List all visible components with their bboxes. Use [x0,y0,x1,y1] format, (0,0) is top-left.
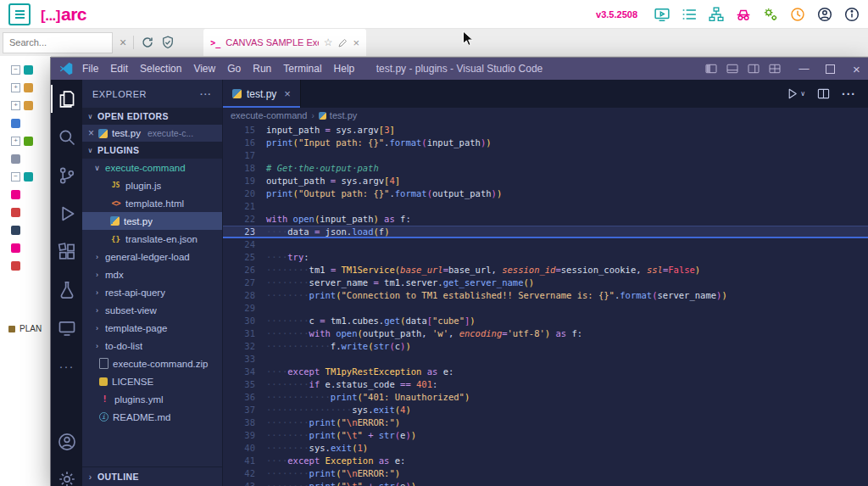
code-line-16[interactable]: 16print("Input path: {}".format(input_pa… [223,137,868,149]
menu-file[interactable]: File [76,63,104,75]
info-icon[interactable] [843,6,860,22]
code-line-15[interactable]: 15input_path = sys.argv[3] [223,124,868,137]
sitemap-icon[interactable] [708,6,724,22]
activity-explorer[interactable] [51,80,82,118]
expander-icon[interactable]: + [11,101,20,110]
code-line-24[interactable]: 24 [223,238,868,251]
code-line-22[interactable]: 22with open(input_path) as f: [223,213,868,226]
expander-icon[interactable]: + [11,83,20,92]
explorer-more-icon[interactable]: ··· [200,89,212,99]
code-line-31[interactable]: 31········with open(output_path, 'w', en… [223,327,868,340]
code-line-35[interactable]: 35········if e.status_code == 401: [223,378,868,391]
run-button[interactable]: ∨ [786,87,805,100]
code-lines[interactable]: 15input_path = sys.argv[3]16print("Input… [223,123,868,486]
file-test.py[interactable]: test.py [82,212,222,230]
open-editor-test-py[interactable]: × test.py execute-c... [82,125,222,142]
toggle-secondary-sidebar-icon[interactable] [747,64,760,75]
toggle-panel-icon[interactable] [726,64,738,75]
code-line-26[interactable]: 26········tm1 = TM1Service(base_url=base… [223,264,868,277]
activity-extensions[interactable] [51,232,82,271]
code-line-27[interactable]: 27········server_name = tm1.server.get_s… [223,277,868,289]
host-tree-item[interactable] [0,204,51,221]
menu-terminal[interactable]: Terminal [277,63,327,75]
file-execute-command.zip[interactable]: execute-command.zip [82,355,222,372]
clock-icon[interactable] [789,6,805,22]
host-tree-item[interactable] [0,257,51,275]
menu-go[interactable]: Go [221,63,247,75]
folder-to-do-list[interactable]: ›to-do-list [82,337,222,355]
menu-selection[interactable]: Selection [134,63,187,75]
maximize-button[interactable] [824,64,837,75]
code-line-17[interactable]: 17 [223,149,868,162]
code-line-43[interactable]: 43········print("\t" + str(e)) [223,480,868,486]
file-translate-en.json[interactable]: {}translate-en.json [82,230,222,248]
host-tree-item[interactable] [0,115,51,132]
code-line-36[interactable]: 36············print("401: Unauthorized") [223,391,868,404]
gears-icon[interactable] [762,6,778,22]
hamburger-menu-button[interactable] [8,3,31,25]
outline-section[interactable]: › OUTLINE [82,466,222,486]
browser-tab-canvas-sample[interactable]: >_ CANVAS SAMPLE Exec ☆ × [203,29,366,56]
shield-check-icon[interactable] [161,36,175,49]
code-line-40[interactable]: 40········sys.exit(1) [223,442,868,455]
activity-remote-explorer[interactable] [51,309,82,347]
menu-view[interactable]: View [187,63,221,75]
menu-run[interactable]: Run [247,63,277,75]
menu-help[interactable]: Help [328,63,361,75]
code-line-25[interactable]: 25····try: [223,251,868,264]
file-plugin.js[interactable]: JSplugin.js [82,176,222,194]
host-tree-item[interactable] [0,186,51,204]
code-line-37[interactable]: 37················sys.exit(4) [223,404,868,416]
code-line-39[interactable]: 39········print("\t" + str(e)) [223,429,868,442]
tab-close-icon[interactable]: × [353,36,360,49]
code-line-32[interactable]: 32············f.write(str(c)) [223,340,868,353]
vscode-titlebar[interactable]: FileEditSelectionViewGoRunTerminalHelp t… [51,58,868,80]
host-tree-item[interactable] [0,221,51,239]
plugins-section[interactable]: ∨ PLUGINS [82,142,222,159]
more-actions-button[interactable]: ··· [842,87,856,101]
accounts-icon[interactable] [51,428,82,455]
split-editor-button[interactable] [817,87,830,100]
host-tree-item[interactable]: + [0,79,51,97]
menu-edit[interactable]: Edit [104,63,134,75]
search-input[interactable] [3,37,112,47]
breadcrumb-folder[interactable]: execute-command [231,110,308,120]
breadcrumb-file[interactable]: test.py [319,110,357,120]
folder-mdx[interactable]: ›mdx [82,265,222,283]
code-line-33[interactable]: 33 [223,353,868,366]
host-tree-item[interactable]: − [0,61,51,79]
expander-icon[interactable]: − [11,65,20,75]
code-line-30[interactable]: 30········c = tm1.cubes.get(data["cube"]… [223,315,868,327]
close-icon[interactable]: × [88,128,94,138]
close-button[interactable]: × [850,64,863,75]
folder-general-ledger-load[interactable]: ›general-ledger-load [82,248,222,265]
incognito-icon[interactable] [735,6,751,22]
file-README.md[interactable]: iREADME.md [82,408,222,426]
code-line-38[interactable]: 38········print("\nERROR:") [223,416,868,429]
toggle-sidebar-icon[interactable] [704,64,717,75]
tab-test-py[interactable]: test.py × [223,80,301,108]
host-tree-item[interactable]: + [0,132,51,150]
clear-search-icon[interactable]: × [120,36,126,49]
code-line-41[interactable]: 41····except Exception as e: [223,455,868,467]
tab-close-icon[interactable]: × [284,87,291,100]
code-line-20[interactable]: 20print("Output path: {}".format(output_… [223,187,868,200]
host-tree-item[interactable]: − [0,168,51,186]
folder-execute-command[interactable]: ∨execute-command [82,159,222,176]
code-line-42[interactable]: 42········print("\nERROR:") [223,467,868,480]
host-tree-item[interactable] [0,150,51,168]
settings-gear-icon[interactable] [51,466,82,486]
host-tree-item[interactable]: + [0,97,51,115]
favorite-star-icon[interactable]: ☆ [324,36,333,48]
folder-subset-view[interactable]: ›subset-view [82,301,222,319]
code-line-28[interactable]: 28········print("Connection to TM1 estab… [223,289,868,302]
open-editors-section[interactable]: ∨ OPEN EDITORS [82,108,222,125]
code-line-19[interactable]: 19output_path = sys.argv[4] [223,175,868,187]
expander-icon[interactable]: − [11,172,20,182]
slideshow-icon[interactable] [654,6,670,22]
file-plugins.yml[interactable]: !plugins.yml [82,390,222,408]
folder-template-page[interactable]: ›template-page [82,319,222,337]
code-line-23[interactable]: 23····data = json.load(f) [223,226,868,238]
expander-icon[interactable]: + [11,137,20,146]
activity-testing[interactable] [51,271,82,309]
